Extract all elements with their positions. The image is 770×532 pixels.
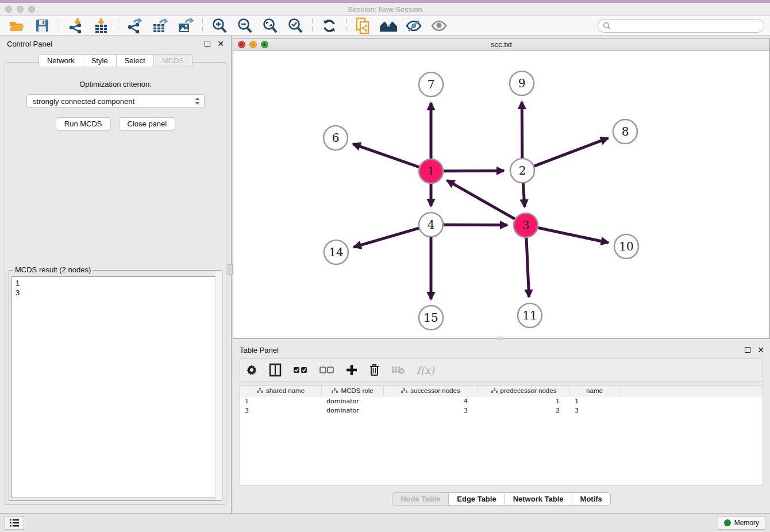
splitter-handle[interactable] xyxy=(228,264,233,275)
tab-style[interactable]: Style xyxy=(83,54,116,67)
column-header-shared-name[interactable]: shared name xyxy=(240,385,322,396)
mcds-result-text[interactable]: 1 3 xyxy=(11,276,220,498)
table-cell[interactable]: dominator xyxy=(322,407,384,414)
zoom-selected-button[interactable] xyxy=(284,17,306,34)
result-scrollbar[interactable] xyxy=(215,271,222,500)
save-session-button[interactable] xyxy=(31,17,53,34)
memory-button[interactable]: Memory xyxy=(718,516,765,530)
tab-edge-table[interactable]: Edge Table xyxy=(448,492,504,506)
search-field[interactable] xyxy=(598,19,764,33)
column-header-name[interactable]: name xyxy=(570,385,619,396)
maximize-network-icon[interactable]: + xyxy=(261,41,268,48)
select-all-columns-button[interactable] xyxy=(293,361,308,379)
criterion-value: strongly connected component xyxy=(33,97,194,106)
import-network-button[interactable] xyxy=(65,17,87,34)
mcds-tab-content: Optimization criterion: strongly connect… xyxy=(5,62,226,505)
first-neighbors-button[interactable] xyxy=(378,17,399,34)
hide-selected-button[interactable] xyxy=(403,17,425,34)
columns-icon xyxy=(269,363,282,377)
open-file-button[interactable] xyxy=(6,17,28,34)
table-row[interactable]: 3dominator323 xyxy=(240,406,763,415)
table-cell[interactable]: 1 xyxy=(478,398,570,405)
refresh-icon xyxy=(322,18,337,33)
node-table: shared name MCDS role successor nodes pr… xyxy=(240,385,763,486)
function-builder-button[interactable]: f(x) xyxy=(417,361,434,379)
zoom-in-icon xyxy=(211,18,228,34)
tab-node-table[interactable]: Node Table xyxy=(392,492,448,506)
open-folder-icon xyxy=(9,18,25,33)
search-icon xyxy=(603,22,611,30)
unselect-all-columns-button[interactable] xyxy=(319,361,334,379)
export-network-button[interactable] xyxy=(124,17,146,34)
table-cell[interactable]: 2 xyxy=(478,407,570,414)
table-cell[interactable]: 3 xyxy=(384,407,478,414)
column-header-predecessor-nodes[interactable]: predecessor nodes xyxy=(478,385,570,396)
show-all-button[interactable] xyxy=(428,17,450,34)
float-panel-icon[interactable] xyxy=(205,41,210,47)
table-cell[interactable]: dominator xyxy=(322,398,384,405)
duplicate-network-button[interactable] xyxy=(352,17,374,34)
zoom-out-button[interactable] xyxy=(234,17,256,34)
import-table-button[interactable] xyxy=(90,17,112,34)
minimize-network-icon[interactable]: − xyxy=(249,41,257,48)
search-input[interactable] xyxy=(613,22,751,30)
eye-icon xyxy=(430,20,448,32)
toolbar-separator xyxy=(59,18,59,33)
zoom-fit-icon xyxy=(262,18,278,34)
refresh-button[interactable] xyxy=(318,17,340,34)
table-cell[interactable]: 4 xyxy=(384,398,478,405)
tab-mcds[interactable]: MCDS xyxy=(153,54,192,67)
export-image-button[interactable] xyxy=(175,17,197,34)
trash-icon xyxy=(369,364,380,376)
table-cell[interactable]: 1 xyxy=(240,398,322,405)
table-settings-button[interactable] xyxy=(246,361,257,379)
tab-select[interactable]: Select xyxy=(116,54,153,67)
close-panel-icon[interactable]: ✕ xyxy=(217,41,224,47)
horizontal-splitter-handle[interactable] xyxy=(498,337,503,340)
zoom-fit-button[interactable] xyxy=(259,17,281,34)
zoom-in-button[interactable] xyxy=(209,17,230,34)
tab-network-table[interactable]: Network Table xyxy=(505,492,572,506)
tab-network[interactable]: Network xyxy=(38,54,83,67)
eye-slash-icon xyxy=(405,19,422,33)
save-floppy-icon xyxy=(35,18,49,33)
column-header-mcds-role[interactable]: MCDS role xyxy=(322,385,384,396)
flat-column-icon xyxy=(491,388,498,394)
control-panel-title: Control Panel xyxy=(7,40,205,48)
toolbar-separator xyxy=(118,18,118,33)
table-cell[interactable]: 1 xyxy=(570,398,619,405)
maximize-window-icon[interactable] xyxy=(28,6,35,13)
delete-column-button[interactable] xyxy=(369,361,380,379)
export-table-button[interactable] xyxy=(149,17,171,34)
column-label: predecessor nodes xyxy=(500,387,557,394)
network-graph[interactable]: 7968124314101511 xyxy=(233,51,769,338)
toolbar-separator xyxy=(202,18,203,33)
table-cell[interactable]: 3 xyxy=(570,407,619,414)
show-column-button[interactable] xyxy=(269,361,282,379)
float-table-panel-icon[interactable] xyxy=(745,347,750,353)
network-window-titlebar[interactable]: ✕ − + scc.txt xyxy=(233,38,769,51)
create-column-button[interactable] xyxy=(346,361,357,379)
table-cell[interactable]: 3 xyxy=(240,407,322,414)
close-window-icon[interactable] xyxy=(5,6,12,13)
close-table-panel-icon[interactable]: ✕ xyxy=(757,347,764,353)
column-header-successor-nodes[interactable]: successor nodes xyxy=(384,385,478,396)
show-panels-button[interactable] xyxy=(5,516,24,530)
svg-text:15: 15 xyxy=(424,311,438,325)
checked-boxes-icon xyxy=(293,367,308,373)
svg-text:2: 2 xyxy=(519,164,526,178)
tab-motifs[interactable]: Motifs xyxy=(572,492,611,506)
table-panel-title: Table Panel xyxy=(240,346,745,354)
zoom-out-icon xyxy=(237,18,253,34)
criterion-dropdown[interactable]: strongly connected component xyxy=(26,94,205,108)
close-network-icon[interactable]: ✕ xyxy=(238,41,245,48)
delete-table-button[interactable] xyxy=(391,361,405,379)
network-canvas[interactable]: 7968124314101511 xyxy=(233,51,769,338)
run-mcds-button[interactable]: Run MCDS xyxy=(56,117,111,130)
import-table-icon xyxy=(94,18,109,34)
table-body: 1dominator4113dominator323 xyxy=(240,396,763,415)
close-panel-button[interactable]: Close panel xyxy=(119,117,176,130)
network-window-title: scc.txt xyxy=(233,40,769,49)
minimize-window-icon[interactable] xyxy=(17,6,24,13)
table-row[interactable]: 1dominator411 xyxy=(240,396,763,406)
